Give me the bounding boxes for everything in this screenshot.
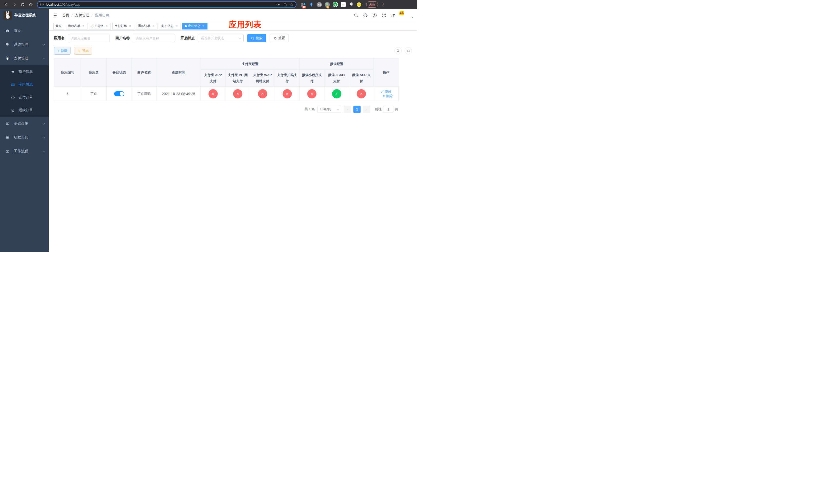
collapse-sidebar-button[interactable] <box>53 13 58 18</box>
tab-merchant-info[interactable]: 商户信息× <box>159 23 181 29</box>
breadcrumb-current: 应用信息 <box>95 13 109 18</box>
table-toolbar: + 新增 导出 <box>54 47 412 54</box>
col-app-name: 应用名 <box>81 59 107 87</box>
bookmark-star-icon[interactable]: ☆ <box>290 2 293 7</box>
tab-pay-orders[interactable]: 支付订单× <box>112 23 134 29</box>
breadcrumb-payment[interactable]: 支付管理 <box>75 13 89 18</box>
close-icon[interactable]: × <box>152 24 155 28</box>
apps-table: 应用编号 应用名 开启状态 商户名称 创建时间 支付宝配置 微信配置 操作 支付… <box>54 58 398 101</box>
merchant-name-input[interactable] <box>133 34 175 42</box>
site-info-icon[interactable] <box>40 3 44 6</box>
font-size-icon[interactable]: ᴛT <box>391 13 395 18</box>
wechat-jsapi-status-icon: ✓ <box>332 89 341 98</box>
extensions-puzzle-button[interactable] <box>348 2 354 7</box>
add-button[interactable]: + 新增 <box>54 47 70 54</box>
toolbox-icon <box>5 135 10 140</box>
tab-app-info[interactable]: 应用信息× <box>182 23 207 29</box>
sidebar-item-workflow[interactable]: 工作流程 <box>0 144 49 158</box>
sidebar-item-payment[interactable]: ¥ 支付管理 <box>0 51 49 65</box>
chevron-down-icon <box>43 150 45 152</box>
gem-icon <box>309 2 314 7</box>
page-size-select[interactable]: 10条/页 <box>317 106 341 113</box>
search-icon <box>251 37 255 40</box>
close-icon[interactable]: × <box>175 24 178 28</box>
tab-refund-orders[interactable]: 退款订单× <box>136 23 157 29</box>
monitor-icon <box>5 121 10 126</box>
breadcrumb-home[interactable]: 首页 <box>62 13 69 18</box>
sidebar-item-devtools[interactable]: 研发工具 <box>0 131 49 144</box>
refresh-table-button[interactable] <box>405 47 412 54</box>
status-select[interactable]: 请选择开启状态 <box>198 34 244 42</box>
sidebar-item-refund-orders[interactable]: 退款订单 <box>0 104 49 117</box>
active-dot <box>185 25 187 27</box>
password-key-icon[interactable] <box>276 3 280 6</box>
close-icon[interactable]: × <box>202 24 205 28</box>
sidebar-item-system[interactable]: 系统管理 <box>0 38 49 51</box>
address-bar[interactable]: localhost:1024/pay/app ☆ <box>37 1 297 8</box>
col-alipay-qr: 支付宝扫码支付 <box>275 70 300 87</box>
sidebar-logo[interactable]: 芋道管理系统 <box>0 9 49 22</box>
page-1-button[interactable]: 1 <box>353 106 360 113</box>
export-button[interactable]: 导出 <box>74 47 92 54</box>
share-icon[interactable] <box>283 3 287 6</box>
col-app-id: 应用编号 <box>54 59 81 87</box>
prev-page-button[interactable]: ‹ <box>344 106 351 113</box>
search-button[interactable]: 搜索 <box>247 34 266 42</box>
cell-app-name: 芋道 <box>81 87 107 101</box>
sidebar-item-app-info[interactable]: 应用信息 <box>0 78 49 91</box>
next-page-button[interactable]: › <box>363 106 370 113</box>
browser-reload-button[interactable] <box>19 1 26 8</box>
sidebar-item-pay-orders[interactable]: 支付订单 <box>0 91 49 104</box>
back-icon <box>4 3 8 7</box>
sidebar-item-home[interactable]: 首页 <box>0 24 49 38</box>
status-toggle[interactable] <box>114 91 124 96</box>
extension-y-icon[interactable]: y <box>332 2 338 7</box>
close-icon[interactable]: × <box>82 24 85 28</box>
search-icon[interactable] <box>354 13 358 18</box>
extension-recorder-icon[interactable]: 1 <box>324 2 330 7</box>
extension-emoji-icon[interactable] <box>356 2 362 7</box>
app-name-input[interactable] <box>68 34 110 42</box>
avatar-caret-icon[interactable]: ▾ <box>412 16 413 19</box>
toggle-search-button[interactable] <box>394 47 402 54</box>
url-text[interactable]: localhost:1024/pay/app <box>46 3 274 6</box>
top-navbar: 首页 / 支付管理 / 应用信息 ᴛT ▾ 应用列表 <box>49 9 417 22</box>
wechat-mini-status-icon: × <box>307 89 316 98</box>
extension-gem-icon[interactable] <box>308 2 314 7</box>
browser-forward-button[interactable] <box>11 1 18 8</box>
browser-toolbar: localhost:1024/pay/app ☆ 10 1 <box>0 0 417 9</box>
browser-update-button[interactable]: 更新 <box>366 1 378 8</box>
goto-page-input[interactable] <box>383 106 393 113</box>
extension-notes-icon[interactable]: ≡ <box>340 2 346 7</box>
tab-home[interactable]: 首页 <box>53 23 64 29</box>
browser-home-button[interactable] <box>27 1 35 8</box>
extension-command-icon[interactable] <box>316 2 322 7</box>
browser-back-button[interactable] <box>3 1 10 8</box>
col-alipay-wap: 支付宝 WAP 网站支付 <box>250 70 275 87</box>
browser-menu-button[interactable]: ⋮ <box>381 2 385 7</box>
close-icon[interactable]: × <box>105 24 109 28</box>
tab-user-group[interactable]: 用户分组× <box>89 23 111 29</box>
emoji-face-icon <box>356 2 361 7</box>
alipay-qr-status-icon: × <box>283 89 292 98</box>
sidebar-item-merchant-info[interactable]: 商户信息 <box>0 65 49 78</box>
delete-link[interactable]: 删除 <box>382 94 393 98</box>
close-icon[interactable]: × <box>128 24 132 28</box>
chevron-down-icon <box>239 37 241 39</box>
fullscreen-icon[interactable] <box>381 13 386 18</box>
extension-grid-icon[interactable]: 10 <box>301 2 306 7</box>
help-icon[interactable] <box>372 13 377 18</box>
reset-button[interactable]: 重置 <box>270 34 289 42</box>
cell-created: 2021-10-23 08:49:25 <box>156 87 201 101</box>
home-icon <box>29 3 33 7</box>
col-status: 开启状态 <box>107 59 132 87</box>
col-wechat-mini: 微信小程序支付 <box>300 70 324 87</box>
filter-form: 应用名 商户名称 开启状态 请选择开启状态 搜索 重置 <box>54 34 412 42</box>
extension-badge: 10 <box>302 6 306 8</box>
github-icon[interactable] <box>363 13 368 18</box>
edit-link[interactable]: 修改 <box>381 89 391 94</box>
sidebar-item-infrastructure[interactable]: 基础设施 <box>0 117 49 131</box>
page-content: 应用名 商户名称 开启状态 请选择开启状态 搜索 重置 <box>49 30 417 113</box>
tab-process-form[interactable]: 流程表单× <box>66 23 87 29</box>
user-avatar[interactable] <box>399 11 409 20</box>
